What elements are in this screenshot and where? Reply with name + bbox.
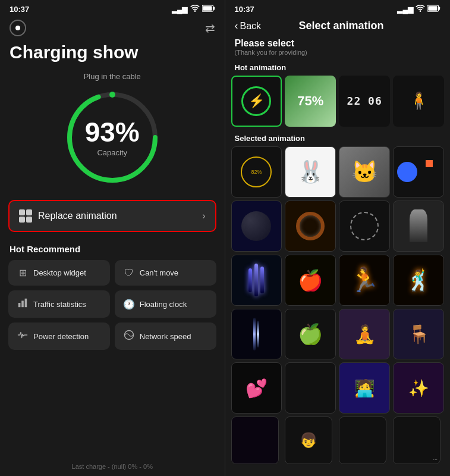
selected-row-1: 82% 🐰 🐱	[225, 146, 451, 198]
recommend-item-network-speed[interactable]: Network speed	[115, 322, 216, 350]
right-top-bar: ‹ Back Select animation	[225, 16, 451, 38]
selected-animation-label: Selected animation	[225, 129, 451, 146]
hot-anim-1[interactable]: ⚡	[231, 76, 282, 127]
stick-figure-icon: 🧍	[408, 91, 429, 111]
face-icon: 👦	[300, 432, 317, 449]
recommend-item-floating-clock[interactable]: 🕐 Floating clock	[115, 290, 216, 318]
glow-lines-visual	[241, 262, 271, 298]
sel-anim-10[interactable]: 🍎	[285, 255, 336, 306]
sel-anim-7[interactable]	[339, 201, 390, 252]
svg-rect-14	[428, 6, 437, 11]
sel-anim-1[interactable]: 82%	[231, 146, 282, 198]
sel-anim-14[interactable]: 🍏	[285, 309, 336, 360]
svg-rect-3	[203, 6, 212, 11]
please-select-sub: (Thank you for providing)	[235, 49, 441, 56]
capacity-label: Capacity	[97, 148, 127, 157]
apple-logo-icon: 🍏	[298, 322, 323, 346]
dots-visual	[401, 154, 436, 190]
sel-anim-3[interactable]: 🐱	[339, 146, 390, 198]
rainbow-apple-icon: 🍎	[298, 268, 323, 292]
back-button[interactable]: ‹ Back	[235, 20, 262, 32]
please-select-title: Please select	[235, 38, 441, 49]
hot-anim-2[interactable]: 75%	[285, 76, 336, 127]
recommend-label-cant-move: Can't move	[140, 268, 178, 277]
recommend-item-traffic[interactable]: Traffic statistics	[8, 290, 110, 318]
recommend-label-desktop-widget: Desktop widget	[33, 268, 86, 277]
sel-anim-19[interactable]: 🧑‍💻	[339, 362, 390, 414]
recommend-label-network-speed: Network speed	[140, 332, 191, 341]
sel-anim-9[interactable]	[231, 255, 282, 306]
anime-char-icon: 🧑‍💻	[354, 378, 375, 398]
sel-anim-11[interactable]: 🏃	[339, 255, 390, 306]
svg-point-0	[194, 10, 196, 12]
dancing-figure-icon: 🕺	[406, 268, 431, 292]
svg-rect-15	[253, 318, 256, 350]
shield-icon: 🛡	[123, 268, 135, 278]
cat-icon: 🐱	[351, 159, 378, 184]
svg-rect-8	[21, 300, 24, 307]
time-right: 10:37	[235, 5, 254, 14]
chevron-right-icon: ›	[202, 211, 205, 221]
record-button[interactable]	[10, 20, 26, 36]
right-panel: 10:37 ▂▄▆ ‹ Back Select animation Please…	[225, 0, 451, 476]
last-charge-text: Last charge - (null) 0% - 0%	[0, 463, 225, 470]
left-panel: 10:37 ▂▄▆ ⇄ Charging show Plug in the ca…	[0, 0, 225, 476]
recommend-item-desktop-widget[interactable]: ⊞ Desktop widget	[8, 260, 110, 286]
hot-anim-4[interactable]: 🧍	[393, 76, 444, 127]
recommend-label-traffic: Traffic statistics	[33, 300, 86, 309]
sel-anim-2[interactable]: 🐰	[285, 146, 336, 198]
clock-icon: 🕐	[123, 299, 135, 310]
please-select-section: Please select (Thank you for providing)	[225, 38, 451, 58]
chart-icon	[17, 298, 29, 311]
grid-icon	[19, 209, 32, 223]
hot-anim-3[interactable]: 22 06	[339, 76, 390, 127]
text-overlay: ...	[433, 455, 438, 461]
sel-anim-5[interactable]	[231, 201, 282, 252]
sel-anim-21[interactable]	[231, 416, 279, 464]
gold-ring-icon: 82%	[241, 156, 272, 187]
sel-anim-22[interactable]: 👦	[285, 416, 332, 464]
recommend-item-cant-move[interactable]: 🛡 Can't move	[115, 260, 216, 286]
sel-anim-4[interactable]	[393, 146, 444, 198]
sel-anim-13[interactable]	[231, 309, 282, 360]
top-bar-left: ⇄	[0, 16, 225, 40]
sel-anim-20[interactable]: ✨	[393, 362, 444, 414]
selected-row-5: 💕 🧑‍💻 ✨	[225, 362, 451, 414]
sel-anim-18[interactable]	[285, 362, 336, 414]
scrollable-content[interactable]: Please select (Thank you for providing) …	[225, 38, 451, 476]
bolt-circle-icon: ⚡	[241, 86, 271, 116]
sel-anim-12[interactable]: 🕺	[393, 255, 444, 306]
app-title: Charging show	[0, 40, 225, 72]
donut-ring-icon	[296, 212, 325, 240]
recommend-item-power-detection[interactable]: Power detection	[8, 322, 110, 350]
status-bar-left: 10:37 ▂▄▆	[0, 0, 225, 16]
orange-dot	[426, 160, 433, 167]
replace-animation-button[interactable]: Replace animation ›	[8, 200, 216, 232]
clock-digits: 22 06	[347, 95, 382, 107]
replace-animation-label: Replace animation	[38, 211, 117, 221]
wifi-icon	[190, 5, 200, 14]
recommend-label-power-detection: Power detection	[33, 332, 89, 341]
hot-animation-grid: ⚡ 75% 22 06 🧍	[225, 76, 451, 127]
settings-icon[interactable]: ⇄	[205, 21, 215, 35]
plug-text: Plug in the cable	[0, 72, 225, 81]
sitting-girl-icon: 🧘	[354, 324, 376, 345]
grid-icon: ⊞	[17, 267, 29, 278]
sel-anim-6[interactable]	[285, 201, 336, 252]
character-heart-icon: 💕	[246, 378, 268, 399]
vertical-lights	[241, 318, 271, 350]
svg-point-6	[109, 92, 115, 98]
sel-anim-17[interactable]: 💕	[231, 362, 282, 414]
selected-row-3: 🍎 🏃 🕺	[225, 255, 451, 306]
sel-anim-16[interactable]: 🪑	[393, 309, 444, 360]
pulse-icon	[17, 330, 29, 343]
percent-display: 75%	[297, 93, 323, 109]
sel-anim-23[interactable]	[339, 416, 386, 464]
hot-recommend-title: Hot Recommend	[0, 244, 225, 260]
sitting-figure-icon: 🪑	[408, 324, 430, 345]
sel-anim-24[interactable]: ...	[393, 416, 440, 464]
back-chevron-icon: ‹	[235, 20, 238, 32]
status-icons-left: ▂▄▆	[172, 5, 215, 14]
sel-anim-15[interactable]: 🧘	[339, 309, 390, 360]
sel-anim-8[interactable]	[393, 201, 444, 252]
